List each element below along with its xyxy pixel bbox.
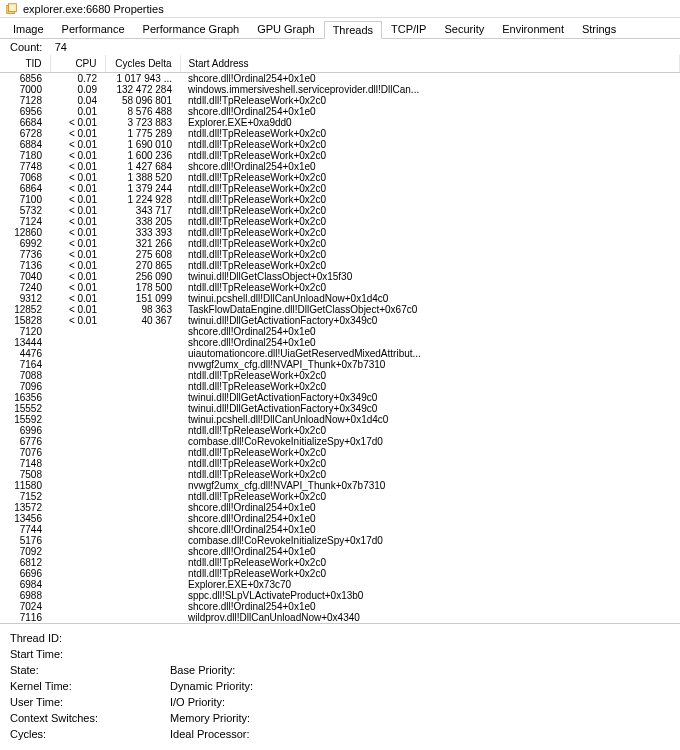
- table-row[interactable]: 12860< 0.01333 393ntdll.dll!TpReleaseWor…: [0, 227, 680, 238]
- table-row[interactable]: 7076ntdll.dll!TpReleaseWork+0x2c0: [0, 447, 680, 458]
- thread-details: Thread ID:Start Time:State:Base Priority…: [0, 623, 680, 748]
- table-row[interactable]: 7136< 0.01270 865ntdll.dll!TpReleaseWork…: [0, 260, 680, 271]
- cell-tid: 6728: [0, 128, 50, 139]
- table-row[interactable]: 6696ntdll.dll!TpReleaseWork+0x2c0: [0, 568, 680, 579]
- cell-tid: 6956: [0, 106, 50, 117]
- cell-addr: sppc.dll!SLpVLActivateProduct+0x13b0: [180, 590, 680, 601]
- table-row[interactable]: 68560.721 017 943 ...shcore.dll!Ordinal2…: [0, 73, 680, 85]
- cell-addr: ntdll.dll!TpReleaseWork+0x2c0: [180, 172, 680, 183]
- cell-addr: ntdll.dll!TpReleaseWork+0x2c0: [180, 568, 680, 579]
- table-row[interactable]: 6996ntdll.dll!TpReleaseWork+0x2c0: [0, 425, 680, 436]
- column-headers[interactable]: TID CPU Cycles Delta Start Address: [0, 55, 680, 73]
- detail-label-left: Context Switches:: [10, 712, 170, 724]
- table-row[interactable]: 70000.09132 472 284windows.immersiveshel…: [0, 84, 680, 95]
- table-row[interactable]: 16356twinui.dll!DllGetActivationFactory+…: [0, 392, 680, 403]
- cell-cyc: [105, 480, 180, 491]
- tab-gpu-graph[interactable]: GPU Graph: [248, 20, 323, 38]
- table-row[interactable]: 7744shcore.dll!Ordinal254+0x1e0: [0, 524, 680, 535]
- col-tid[interactable]: TID: [0, 55, 50, 73]
- cell-cyc: 1 775 289: [105, 128, 180, 139]
- tab-security[interactable]: Security: [435, 20, 493, 38]
- table-row[interactable]: 7508ntdll.dll!TpReleaseWork+0x2c0: [0, 469, 680, 480]
- cell-cpu: [50, 348, 105, 359]
- table-row[interactable]: 13456shcore.dll!Ordinal254+0x1e0: [0, 513, 680, 524]
- table-row[interactable]: 5176combase.dll!CoRevokeInitializeSpy+0x…: [0, 535, 680, 546]
- tab-strings[interactable]: Strings: [573, 20, 625, 38]
- table-row[interactable]: 11580nvwgf2umx_cfg.dll!NVAPI_Thunk+0x7b7…: [0, 480, 680, 491]
- cell-cyc: 1 224 928: [105, 194, 180, 205]
- table-row[interactable]: 9312< 0.01151 099twinui.pcshell.dll!DllC…: [0, 293, 680, 304]
- table-row[interactable]: 7024shcore.dll!Ordinal254+0x1e0: [0, 601, 680, 612]
- tab-performance-graph[interactable]: Performance Graph: [134, 20, 249, 38]
- table-row[interactable]: 7240< 0.01178 500ntdll.dll!TpReleaseWork…: [0, 282, 680, 293]
- table-row[interactable]: 71280.0458 096 801ntdll.dll!TpReleaseWor…: [0, 95, 680, 106]
- cell-addr: twinui.dll!DllGetActivationFactory+0x349…: [180, 392, 680, 403]
- table-row[interactable]: 7736< 0.01275 608ntdll.dll!TpReleaseWork…: [0, 249, 680, 260]
- cell-cpu: < 0.01: [50, 128, 105, 139]
- table-row[interactable]: 6984Explorer.EXE+0x73c70: [0, 579, 680, 590]
- col-cycles[interactable]: Cycles Delta: [105, 55, 180, 73]
- detail-label-right: [170, 648, 670, 660]
- tab-threads[interactable]: Threads: [324, 21, 382, 39]
- cell-cpu: < 0.01: [50, 194, 105, 205]
- table-row[interactable]: 6988sppc.dll!SLpVLActivateProduct+0x13b0: [0, 590, 680, 601]
- table-row[interactable]: 7100< 0.011 224 928ntdll.dll!TpReleaseWo…: [0, 194, 680, 205]
- cell-tid: 6812: [0, 557, 50, 568]
- table-row[interactable]: 15552twinui.dll!DllGetActivationFactory+…: [0, 403, 680, 414]
- cell-tid: 7024: [0, 601, 50, 612]
- table-row[interactable]: 7088ntdll.dll!TpReleaseWork+0x2c0: [0, 370, 680, 381]
- title-bar: explorer.exe:6680 Properties: [0, 0, 680, 18]
- table-row[interactable]: 7116wildprov.dll!DllCanUnloadNow+0x4340: [0, 612, 680, 623]
- table-row[interactable]: 7164nvwgf2umx_cfg.dll!NVAPI_Thunk+0x7b73…: [0, 359, 680, 370]
- table-row[interactable]: 5732< 0.01343 717ntdll.dll!TpReleaseWork…: [0, 205, 680, 216]
- table-row[interactable]: 7148ntdll.dll!TpReleaseWork+0x2c0: [0, 458, 680, 469]
- cell-tid: 6776: [0, 436, 50, 447]
- table-row[interactable]: 7096ntdll.dll!TpReleaseWork+0x2c0: [0, 381, 680, 392]
- svg-rect-1: [9, 3, 17, 11]
- cell-cyc: [105, 601, 180, 612]
- table-row[interactable]: 13572shcore.dll!Ordinal254+0x1e0: [0, 502, 680, 513]
- tab-tcp-ip[interactable]: TCP/IP: [382, 20, 435, 38]
- table-row[interactable]: 7152ntdll.dll!TpReleaseWork+0x2c0: [0, 491, 680, 502]
- tab-performance[interactable]: Performance: [53, 20, 134, 38]
- cell-cpu: < 0.01: [50, 172, 105, 183]
- table-row[interactable]: 6684< 0.013 723 883Explorer.EXE+0xa9dd0: [0, 117, 680, 128]
- cell-tid: 7164: [0, 359, 50, 370]
- table-row[interactable]: 7180< 0.011 600 236ntdll.dll!TpReleaseWo…: [0, 150, 680, 161]
- table-row[interactable]: 69560.018 576 488shcore.dll!Ordinal254+0…: [0, 106, 680, 117]
- cell-addr: ntdll.dll!TpReleaseWork+0x2c0: [180, 491, 680, 502]
- table-row[interactable]: 6776combase.dll!CoRevokeInitializeSpy+0x…: [0, 436, 680, 447]
- cell-cpu: < 0.01: [50, 249, 105, 260]
- tab-environment[interactable]: Environment: [493, 20, 573, 38]
- table-row[interactable]: 6992< 0.01321 266ntdll.dll!TpReleaseWork…: [0, 238, 680, 249]
- table-row[interactable]: 6812ntdll.dll!TpReleaseWork+0x2c0: [0, 557, 680, 568]
- cell-tid: 6696: [0, 568, 50, 579]
- table-row[interactable]: 7748< 0.011 427 684shcore.dll!Ordinal254…: [0, 161, 680, 172]
- table-row[interactable]: 6884< 0.011 690 010ntdll.dll!TpReleaseWo…: [0, 139, 680, 150]
- table-row[interactable]: 6728< 0.011 775 289ntdll.dll!TpReleaseWo…: [0, 128, 680, 139]
- table-row[interactable]: 12852< 0.0198 363TaskFlowDataEngine.dll!…: [0, 304, 680, 315]
- detail-label-right: Memory Priority:: [170, 712, 670, 724]
- table-row[interactable]: 7124< 0.01338 205ntdll.dll!TpReleaseWork…: [0, 216, 680, 227]
- table-row[interactable]: 6864< 0.011 379 244ntdll.dll!TpReleaseWo…: [0, 183, 680, 194]
- table-row[interactable]: 7040< 0.01256 090twinui.dll!DllGetClassO…: [0, 271, 680, 282]
- cell-cyc: [105, 392, 180, 403]
- col-cpu[interactable]: CPU: [50, 55, 105, 73]
- app-icon: [5, 2, 19, 16]
- thread-list[interactable]: TID CPU Cycles Delta Start Address 68560…: [0, 55, 680, 623]
- cell-cyc: 1 379 244: [105, 183, 180, 194]
- cell-addr: shcore.dll!Ordinal254+0x1e0: [180, 326, 680, 337]
- table-row[interactable]: 15592twinui.pcshell.dll!DllCanUnloadNow+…: [0, 414, 680, 425]
- table-row[interactable]: 13444shcore.dll!Ordinal254+0x1e0: [0, 337, 680, 348]
- cell-addr: Explorer.EXE+0x73c70: [180, 579, 680, 590]
- cell-cpu: [50, 568, 105, 579]
- cell-addr: ntdll.dll!TpReleaseWork+0x2c0: [180, 139, 680, 150]
- table-row[interactable]: 7092shcore.dll!Ordinal254+0x1e0: [0, 546, 680, 557]
- table-row[interactable]: 4476uiautomationcore.dll!UiaGetReservedM…: [0, 348, 680, 359]
- tab-image[interactable]: Image: [4, 20, 53, 38]
- cell-addr: ntdll.dll!TpReleaseWork+0x2c0: [180, 205, 680, 216]
- col-start-address[interactable]: Start Address: [180, 55, 680, 73]
- table-row[interactable]: 7068< 0.011 388 520ntdll.dll!TpReleaseWo…: [0, 172, 680, 183]
- table-row[interactable]: 7120shcore.dll!Ordinal254+0x1e0: [0, 326, 680, 337]
- table-row[interactable]: 15828< 0.0140 367twinui.dll!DllGetActiva…: [0, 315, 680, 326]
